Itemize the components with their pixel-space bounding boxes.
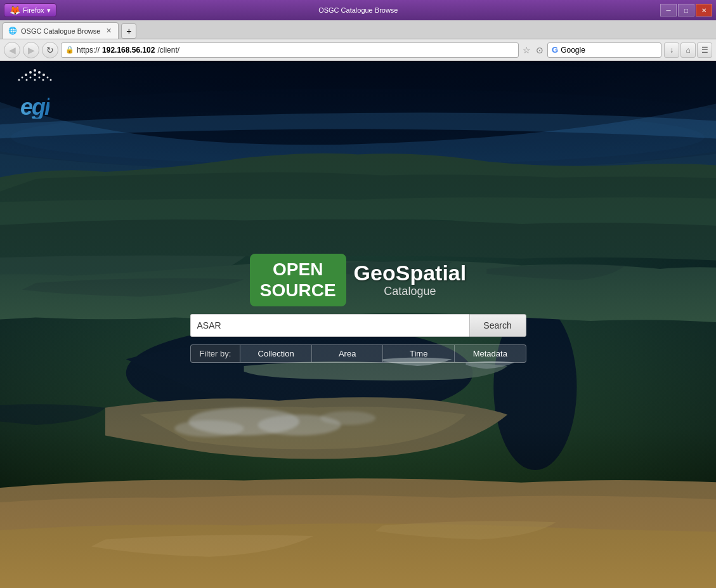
svg-point-23 [26, 79, 28, 81]
egi-logo: egi [6, 67, 63, 119]
filter-label: Filter by: [191, 345, 240, 362]
filter-collection-button[interactable]: Collection [240, 345, 311, 362]
firefox-label: Firefox [23, 6, 44, 14]
search-row: Search [190, 314, 526, 337]
browser-window: 🦊 Firefox ▾ OSGC Catalogue Browse ─ □ ✕ … [0, 0, 716, 588]
svg-point-19 [30, 77, 32, 79]
menu-button[interactable]: ☰ [697, 42, 712, 58]
open-source-box: OPEN SOURCE [250, 254, 346, 306]
svg-point-16 [34, 74, 36, 76]
svg-point-25 [42, 79, 44, 81]
svg-point-14 [38, 71, 41, 74]
catalogue-text: Catalogue [354, 285, 467, 298]
svg-point-18 [22, 77, 23, 79]
home-button[interactable]: ⌂ [680, 42, 696, 58]
browser-search-bar[interactable]: G Google [547, 42, 661, 58]
svg-point-17 [42, 74, 45, 76]
download-button[interactable]: ↓ [664, 42, 679, 58]
firefox-menu-button[interactable]: 🦊 Firefox ▾ [4, 3, 56, 17]
address-bar[interactable]: 🔒 https:// 192.168.56.102 /client/ [61, 42, 519, 58]
app-logo: OPEN SOURCE GeoSpatial Catalogue [250, 254, 466, 306]
tab-close-button[interactable]: ✕ [104, 27, 113, 36]
search-bar-placeholder: Google [561, 46, 585, 55]
svg-point-20 [39, 77, 41, 79]
url-protocol: https:// [77, 46, 100, 55]
filter-time-button[interactable]: Time [382, 345, 454, 362]
svg-point-13 [29, 71, 32, 74]
firefox-dropdown-icon: ▾ [47, 6, 51, 15]
maximize-button[interactable]: □ [678, 4, 694, 16]
search-input[interactable] [190, 314, 469, 337]
title-bar: 🦊 Firefox ▾ OSGC Catalogue Browse ─ □ ✕ [0, 0, 716, 20]
google-icon: G [552, 45, 558, 55]
nav-bar: ◀ ▶ ↻ 🔒 https:// 192.168.56.102 /client/… [0, 39, 716, 61]
svg-point-22 [18, 79, 20, 81]
svg-point-21 [47, 77, 49, 79]
refresh-button[interactable]: ↻ [42, 42, 58, 58]
firefox-icon: 🦊 [10, 5, 20, 15]
back-button[interactable]: ◀ [4, 42, 20, 58]
filter-bar: Filter by: Collection Area Time Metadata [190, 344, 526, 363]
svg-point-24 [34, 79, 36, 81]
egi-text-logo: egi [20, 96, 49, 119]
new-tab-button[interactable]: + [121, 23, 136, 39]
nav-tools: ↓ ⌂ ☰ [664, 42, 712, 58]
active-tab[interactable]: 🌐 OSGC Catalogue Browse ✕ [3, 22, 119, 39]
egi-dots-logo [6, 67, 63, 96]
source-text: SOURCE [260, 280, 336, 301]
tab-bar: 🌐 OSGC Catalogue Browse ✕ + [0, 20, 716, 39]
open-text: OPEN [260, 259, 336, 280]
main-content: egi OPEN SOURCE GeoSpatial Catalogue Sea… [0, 61, 716, 588]
tab-icon: 🌐 [8, 27, 17, 35]
tab-title: OSGC Catalogue Browse [21, 27, 100, 35]
ssl-lock-icon: 🔒 [65, 46, 74, 54]
forward-button[interactable]: ▶ [23, 42, 39, 58]
close-button[interactable]: ✕ [696, 4, 712, 16]
geospatial-text: GeoSpatial [354, 261, 467, 285]
geo-text-group: GeoSpatial Catalogue [354, 261, 467, 298]
bookmark-icon[interactable]: ☆ [523, 45, 531, 55]
search-widget: OPEN SOURCE GeoSpatial Catalogue Search … [190, 254, 526, 363]
svg-point-12 [34, 69, 36, 72]
window-controls: ─ □ ✕ [660, 4, 712, 16]
reader-icon[interactable]: ⊙ [536, 45, 544, 55]
svg-point-15 [25, 74, 27, 76]
filter-metadata-button[interactable]: Metadata [454, 345, 526, 362]
minimize-button[interactable]: ─ [660, 4, 677, 16]
url-path: /client/ [157, 46, 179, 55]
svg-point-26 [50, 79, 52, 81]
filter-area-button[interactable]: Area [311, 345, 383, 362]
url-host: 192.168.56.102 [102, 46, 155, 55]
window-title: OSGC Catalogue Browse [60, 6, 656, 14]
search-button[interactable]: Search [469, 314, 526, 337]
